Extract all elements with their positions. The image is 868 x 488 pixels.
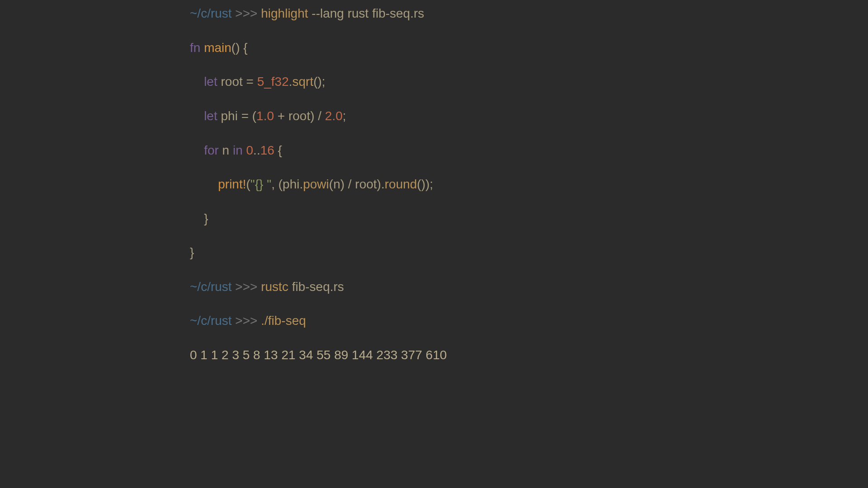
prompt-path: ~/c/rust — [190, 280, 232, 294]
keyword-in: in — [233, 143, 246, 157]
func-main: main — [204, 41, 231, 55]
punct: (); — [313, 75, 325, 89]
ident: , (phi. — [271, 177, 303, 191]
keyword-let: let — [204, 75, 221, 89]
code-line-7: } — [190, 210, 450, 227]
indent — [190, 75, 204, 89]
macro-print: print! — [218, 177, 246, 191]
indent — [190, 109, 204, 123]
number-literal: 2.0 — [325, 109, 343, 123]
code-line-6: print!("{} ", (phi.powi(n) / root).round… — [190, 176, 450, 193]
prompt-arrows: >>> — [232, 6, 261, 20]
cmd-line-3: ~/c/rust >>> ./fib-seq — [190, 312, 450, 329]
ident: phi = ( — [221, 109, 256, 123]
program-output: 0 1 1 2 3 5 8 13 21 34 55 89 144 233 377… — [190, 347, 450, 364]
code-line-3: let root = 5_f32.sqrt(); — [190, 73, 450, 90]
ident: root = — [221, 75, 257, 89]
punct: { — [274, 143, 282, 157]
indent — [190, 143, 204, 157]
code-line-8: } — [190, 244, 450, 261]
indent — [190, 211, 204, 225]
punct: ; — [343, 109, 346, 123]
ident: + root) / — [274, 109, 325, 123]
method-sqrt: sqrt — [292, 75, 314, 89]
closing-brace: } — [204, 211, 208, 225]
command-highlight: highlight — [261, 6, 311, 20]
method-round: round — [385, 177, 417, 191]
closing-brace: } — [190, 245, 194, 259]
code-line-2: fn main() { — [190, 39, 450, 56]
command-rustc: rustc — [261, 280, 292, 294]
command-args-1: --lang rust fib-seq.rs — [311, 6, 424, 20]
prompt-arrows: >>> — [232, 280, 261, 294]
number-literal: 0 — [246, 143, 254, 157]
indent — [190, 177, 218, 191]
dot: . — [289, 75, 292, 89]
keyword-fn: fn — [190, 41, 204, 55]
string-literal: "{} " — [250, 177, 271, 191]
method-powi: powi — [303, 177, 329, 191]
cmd-line-2: ~/c/rust >>> rustc fib-seq.rs — [190, 278, 450, 296]
ident: n — [222, 143, 233, 157]
code-line-4: let phi = (1.0 + root) / 2.0; — [190, 108, 450, 125]
code-line-5: for n in 0..16 { — [190, 142, 450, 159]
punct: ()); — [417, 177, 433, 191]
punct: () { — [231, 41, 248, 55]
command-run: ./fib-seq — [261, 314, 306, 328]
command-args-2: fib-seq.rs — [292, 280, 344, 294]
range-dots: .. — [253, 143, 260, 157]
cmd-line-1: ~/c/rust >>> highlight --lang rust fib-s… — [190, 5, 450, 22]
terminal-block: ~/c/rust >>> highlight --lang rust fib-s… — [190, 0, 450, 369]
keyword-let: let — [204, 109, 221, 123]
keyword-for: for — [204, 143, 222, 157]
number-literal: 1.0 — [256, 109, 274, 123]
prompt-path: ~/c/rust — [190, 6, 232, 20]
punct: ( — [246, 177, 250, 191]
number-literal: 5_f32 — [257, 75, 289, 89]
prompt-arrows: >>> — [232, 314, 261, 328]
ident: (n) / root). — [329, 177, 385, 191]
number-literal: 16 — [260, 143, 274, 157]
prompt-path: ~/c/rust — [190, 314, 232, 328]
